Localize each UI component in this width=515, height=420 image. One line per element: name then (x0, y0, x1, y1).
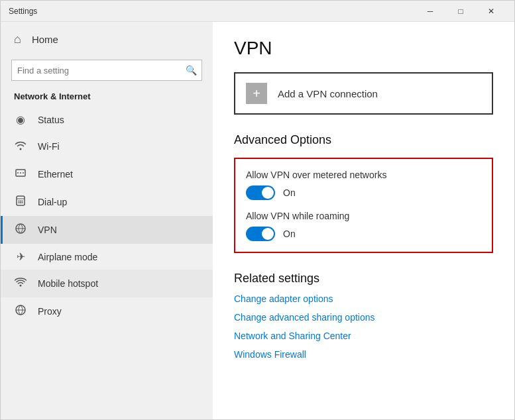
sidebar-item-label: Ethernet (38, 169, 73, 180)
sidebar-item-label: Wi-Fi (38, 141, 60, 152)
titlebar-title: Settings (9, 7, 415, 16)
sidebar-item-label: Proxy (38, 306, 62, 317)
advanced-options-title: Advanced Options (234, 133, 493, 147)
svg-point-11 (22, 202, 23, 203)
main-layout: ⌂ Home 🔍 Network & Internet ◉ Status (1, 22, 514, 419)
network-sharing-center-link[interactable]: Network and Sharing Center (234, 331, 493, 341)
advanced-options-box: Allow VPN over metered networks On Allow… (234, 158, 493, 253)
proxy-icon (14, 304, 27, 319)
maximize-button[interactable]: □ (445, 1, 476, 22)
search-input[interactable] (12, 66, 180, 76)
search-icon[interactable]: 🔍 (180, 60, 201, 81)
toggle-roaming-row: Allow VPN while roaming On (246, 211, 481, 241)
toggle-roaming-switch[interactable] (246, 227, 275, 241)
add-icon: + (246, 83, 267, 104)
minimize-button[interactable]: ─ (415, 1, 445, 22)
related-settings-title: Related settings (234, 272, 493, 286)
ethernet-icon (14, 167, 27, 182)
svg-point-6 (19, 201, 20, 202)
change-advanced-sharing-link[interactable]: Change advanced sharing options (234, 312, 493, 323)
svg-point-8 (22, 201, 23, 202)
home-icon: ⌂ (14, 32, 21, 46)
sidebar: ⌂ Home 🔍 Network & Internet ◉ Status (1, 22, 213, 419)
sidebar-item-status[interactable]: ◉ Status (1, 107, 213, 132)
sidebar-category: Network & Internet (1, 89, 213, 107)
dialup-icon (14, 195, 27, 209)
sidebar-item-hotspot[interactable]: Mobile hotspot (1, 270, 213, 297)
sidebar-item-label: Airplane mode (38, 252, 97, 262)
sidebar-item-vpn[interactable]: VPN (1, 216, 213, 244)
toggle-roaming-control: On (246, 227, 481, 241)
sidebar-item-dialup[interactable]: Dial-up (1, 188, 213, 216)
sidebar-item-proxy[interactable]: Proxy (1, 297, 213, 325)
sidebar-item-label: VPN (38, 225, 57, 235)
vpn-icon (14, 223, 27, 237)
svg-point-10 (20, 202, 21, 203)
toggle-metered-row: Allow VPN over metered networks On (246, 170, 481, 200)
toggle-metered-control: On (246, 185, 481, 200)
windows-firewall-link[interactable]: Windows Firewall (234, 349, 493, 360)
airplane-icon: ✈ (14, 250, 27, 263)
change-adapter-options-link[interactable]: Change adapter options (234, 293, 493, 304)
status-icon: ◉ (14, 113, 27, 126)
close-button[interactable]: ✕ (476, 1, 506, 22)
toggle-metered-state: On (283, 187, 296, 198)
page-title: VPN (234, 38, 493, 59)
svg-point-14 (20, 285, 22, 287)
add-vpn-button[interactable]: + Add a VPN connection (234, 72, 493, 115)
sidebar-item-wifi[interactable]: Wi-Fi (1, 132, 213, 160)
sidebar-item-label: Status (38, 115, 64, 125)
svg-point-9 (19, 202, 20, 203)
svg-point-7 (20, 201, 21, 202)
add-vpn-label: Add a VPN connection (278, 88, 378, 99)
settings-window: Settings ─ □ ✕ ⌂ Home 🔍 Network & Intern… (0, 0, 515, 420)
toggle-roaming-state: On (283, 229, 296, 239)
toggle-metered-label: Allow VPN over metered networks (246, 170, 481, 180)
search-box: 🔍 (11, 60, 202, 81)
sidebar-item-ethernet[interactable]: Ethernet (1, 160, 213, 188)
titlebar: Settings ─ □ ✕ (1, 1, 514, 22)
toggle-metered-switch[interactable] (246, 185, 275, 200)
sidebar-item-airplane[interactable]: ✈ Airplane mode (1, 244, 213, 270)
sidebar-item-label: Mobile hotspot (38, 278, 98, 289)
home-label: Home (32, 34, 58, 45)
sidebar-item-home[interactable]: ⌂ Home (1, 22, 213, 57)
wifi-icon (14, 139, 27, 154)
content-area: VPN + Add a VPN connection Advanced Opti… (213, 22, 514, 419)
hotspot-icon (14, 276, 27, 291)
titlebar-controls: ─ □ ✕ (415, 1, 506, 22)
toggle-roaming-label: Allow VPN while roaming (246, 211, 481, 221)
sidebar-item-label: Dial-up (38, 197, 67, 207)
